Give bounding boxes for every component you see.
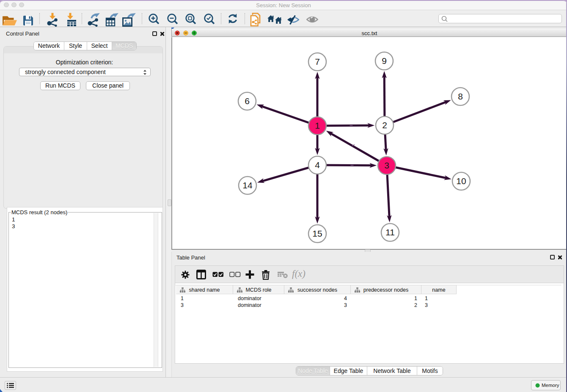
- svg-text:11: 11: [385, 227, 395, 237]
- svg-text:6: 6: [245, 96, 250, 106]
- svg-text:15: 15: [312, 229, 322, 238]
- svg-text:10: 10: [456, 176, 466, 186]
- svg-text:3: 3: [384, 160, 389, 170]
- svg-text:1: 1: [315, 121, 320, 130]
- svg-text:9: 9: [382, 56, 387, 66]
- svg-text:4: 4: [315, 160, 320, 170]
- svg-text:2: 2: [382, 120, 387, 130]
- svg-text:8: 8: [458, 91, 463, 101]
- svg-text:7: 7: [315, 57, 320, 66]
- svg-text:14: 14: [242, 180, 253, 190]
